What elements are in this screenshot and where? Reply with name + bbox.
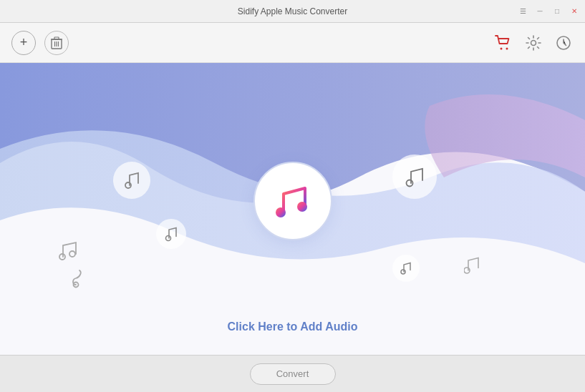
clock-icon	[556, 35, 571, 51]
svg-point-6	[501, 47, 503, 49]
gear-icon	[526, 35, 541, 51]
title-bar: Sidify Apple Music Converter ☰ ─ □ ✕	[0, 0, 585, 23]
apple-music-icon	[269, 178, 316, 225]
minimize-button[interactable]: ─	[535, 6, 545, 16]
music-note-icon-3	[59, 238, 79, 261]
svg-point-18	[276, 207, 286, 217]
music-note-icon-6	[400, 261, 412, 275]
svg-point-13	[69, 251, 75, 257]
window-title: Sidify Apple Music Converter	[238, 6, 347, 16]
center-music-icon[interactable]	[253, 162, 332, 240]
toolbar-right	[493, 33, 574, 53]
menu-button[interactable]: ☰	[518, 6, 528, 16]
window-controls: ☰ ─ □ ✕	[518, 6, 579, 16]
main-content[interactable]: Click Here to Add Audio	[0, 63, 585, 355]
cart-icon	[495, 35, 512, 51]
music-note-icon-5	[405, 166, 424, 187]
svg-point-16	[401, 270, 405, 274]
music-note-icon-1	[124, 171, 140, 190]
music-note-icon-7	[464, 255, 481, 275]
music-note-icon-2	[165, 226, 178, 242]
note-circle-3	[392, 155, 437, 199]
close-button[interactable]: ✕	[569, 6, 579, 16]
svg-rect-2	[54, 37, 59, 39]
settings-button[interactable]	[523, 33, 543, 53]
trash-icon	[51, 36, 62, 49]
svg-point-11	[166, 236, 171, 241]
svg-point-8	[531, 40, 536, 45]
svg-point-15	[407, 180, 413, 187]
delete-button[interactable]	[44, 31, 69, 55]
note-icon-small-3	[464, 255, 481, 278]
svg-point-7	[506, 47, 508, 49]
add-audio-label[interactable]: Click Here to Add Audio	[228, 320, 358, 333]
add-button[interactable]: +	[11, 31, 36, 55]
toolbar-left: +	[11, 31, 69, 55]
music-note-icon-4	[70, 269, 89, 289]
bottom-bar: Convert	[0, 355, 585, 392]
note-icon-small-2	[70, 269, 89, 292]
note-circle-1	[113, 162, 150, 199]
note-circle-4	[392, 255, 420, 282]
history-button[interactable]	[553, 33, 574, 53]
note-circle-2	[156, 219, 186, 249]
cart-button[interactable]	[493, 33, 513, 53]
maximize-button[interactable]: □	[552, 6, 562, 16]
toolbar: +	[0, 23, 585, 63]
svg-point-12	[59, 254, 65, 260]
svg-point-19	[297, 202, 307, 212]
note-icon-small-1	[59, 238, 79, 264]
convert-button[interactable]: Convert	[250, 363, 336, 385]
